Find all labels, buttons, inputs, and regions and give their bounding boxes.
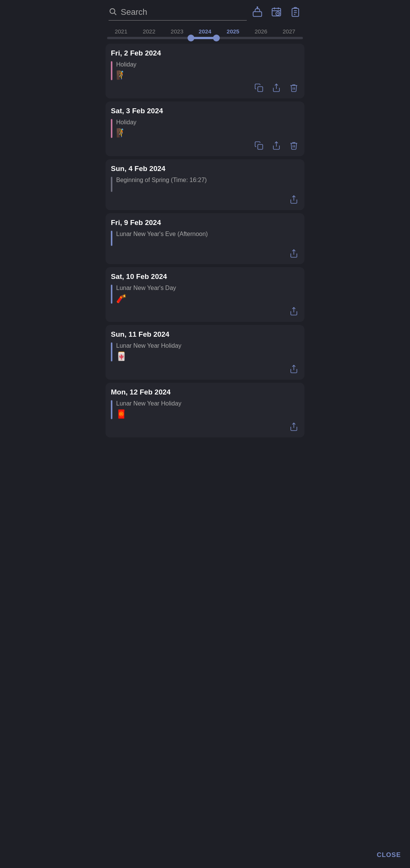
event-emoji: 🧗 <box>116 128 299 138</box>
event-bar <box>111 400 112 419</box>
event-content: Holiday 🧗 <box>116 61 299 80</box>
event-content: Lunar New Year's Eve (Afternoon) <box>116 231 299 240</box>
svg-rect-13 <box>258 87 263 92</box>
timeline-section: 2021 2022 2023 2024 2025 2026 2027 <box>102 21 308 39</box>
event-body: Lunar New Year's Eve (Afternoon) <box>111 231 299 246</box>
event-content: Lunar New Year's Day 🧨 <box>116 285 299 304</box>
event-emoji: 🀄 <box>116 352 299 361</box>
table-row: Mon, 12 Feb 2024 Lunar New Year Holiday … <box>106 383 304 437</box>
event-body: Lunar New Year Holiday 🀄 <box>111 342 299 361</box>
toolbar-icons <box>251 6 301 21</box>
share-button[interactable] <box>271 82 282 93</box>
delete-button[interactable] <box>289 140 299 151</box>
timeline-thumb-left[interactable] <box>188 35 194 41</box>
event-content: Holiday 🧗 <box>116 119 299 138</box>
copy-button[interactable] <box>254 82 264 93</box>
events-list: Fri, 2 Feb 2024 Holiday 🧗 Sat, 3 Feb 202… <box>102 39 308 468</box>
event-body: Lunar New Year Holiday 🧧 <box>111 400 299 419</box>
event-body: Beginning of Spring (Time: 16:27) <box>111 177 299 192</box>
event-actions <box>111 364 299 374</box>
timeline-years: 2021 2022 2023 2024 2025 2026 2027 <box>106 28 304 35</box>
svg-point-0 <box>110 8 115 13</box>
table-row: Sun, 4 Feb 2024 Beginning of Spring (Tim… <box>106 159 304 210</box>
event-bar <box>111 285 112 304</box>
event-label: Lunar New Year Holiday <box>116 400 299 407</box>
year-2021[interactable]: 2021 <box>107 28 135 35</box>
calendar-clock-icon[interactable] <box>270 6 282 18</box>
event-label: Holiday <box>116 119 299 126</box>
copy-button[interactable] <box>254 140 264 151</box>
event-body: Lunar New Year's Day 🧨 <box>111 285 299 304</box>
event-date: Sat, 3 Feb 2024 <box>111 107 299 115</box>
event-content: Lunar New Year Holiday 🀄 <box>116 342 299 361</box>
share-button[interactable] <box>289 194 299 205</box>
event-bar <box>111 231 112 246</box>
event-actions <box>111 82 299 93</box>
event-date: Sat, 10 Feb 2024 <box>111 272 299 281</box>
event-body: Holiday 🧗 <box>111 119 299 138</box>
share-button[interactable] <box>289 364 299 374</box>
timeline-track[interactable] <box>107 37 303 39</box>
search-icon <box>109 7 117 17</box>
year-2027[interactable]: 2027 <box>275 28 303 35</box>
year-2026[interactable]: 2026 <box>247 28 275 35</box>
year-2024[interactable]: 2024 <box>191 28 219 35</box>
event-content: Lunar New Year Holiday 🧧 <box>116 400 299 419</box>
event-bar <box>111 342 112 361</box>
event-date: Fri, 9 Feb 2024 <box>111 219 299 227</box>
table-row: Sat, 3 Feb 2024 Holiday 🧗 <box>106 101 304 156</box>
table-row: Sun, 11 Feb 2024 Lunar New Year Holiday … <box>106 325 304 380</box>
event-body: Holiday 🧗 <box>111 61 299 80</box>
event-label: Lunar New Year's Day <box>116 285 299 291</box>
search-input[interactable] <box>121 7 247 17</box>
event-bar <box>111 119 112 138</box>
event-content: Beginning of Spring (Time: 16:27) <box>116 177 299 186</box>
event-label: Holiday <box>116 61 299 68</box>
birthday-icon[interactable] <box>251 6 263 18</box>
year-2022[interactable]: 2022 <box>135 28 163 35</box>
table-row: Fri, 2 Feb 2024 Holiday 🧗 <box>106 44 304 98</box>
event-date: Fri, 2 Feb 2024 <box>111 49 299 57</box>
event-actions <box>111 140 299 151</box>
event-actions <box>111 194 299 205</box>
event-emoji: 🧗 <box>116 70 299 80</box>
event-actions <box>111 421 299 432</box>
event-bar <box>111 61 112 80</box>
timeline-thumb-right[interactable] <box>213 35 220 41</box>
event-date: Sun, 11 Feb 2024 <box>111 330 299 339</box>
table-row: Fri, 9 Feb 2024 Lunar New Year's Eve (Af… <box>106 213 304 264</box>
event-label: Beginning of Spring (Time: 16:27) <box>116 177 299 184</box>
event-bar <box>111 177 112 192</box>
event-actions <box>111 306 299 317</box>
event-actions <box>111 248 299 259</box>
event-label: Lunar New Year Holiday <box>116 342 299 349</box>
table-row: Sat, 10 Feb 2024 Lunar New Year's Day 🧨 <box>106 267 304 322</box>
event-date: Mon, 12 Feb 2024 <box>111 388 299 396</box>
svg-rect-15 <box>258 144 263 149</box>
search-input-wrapper <box>109 7 247 21</box>
event-emoji: 🧨 <box>116 294 299 304</box>
event-emoji: 🧧 <box>116 409 299 419</box>
share-button[interactable] <box>271 140 282 151</box>
delete-button[interactable] <box>289 82 299 93</box>
share-button[interactable] <box>289 306 299 317</box>
share-button[interactable] <box>289 248 299 259</box>
svg-rect-2 <box>253 12 262 17</box>
event-label: Lunar New Year's Eve (Afternoon) <box>116 231 299 238</box>
event-date: Sun, 4 Feb 2024 <box>111 165 299 173</box>
clipboard-icon[interactable] <box>289 6 301 18</box>
year-2025[interactable]: 2025 <box>219 28 247 35</box>
search-bar <box>102 0 308 21</box>
svg-line-1 <box>114 13 116 15</box>
share-button[interactable] <box>289 421 299 432</box>
year-2023[interactable]: 2023 <box>163 28 191 35</box>
